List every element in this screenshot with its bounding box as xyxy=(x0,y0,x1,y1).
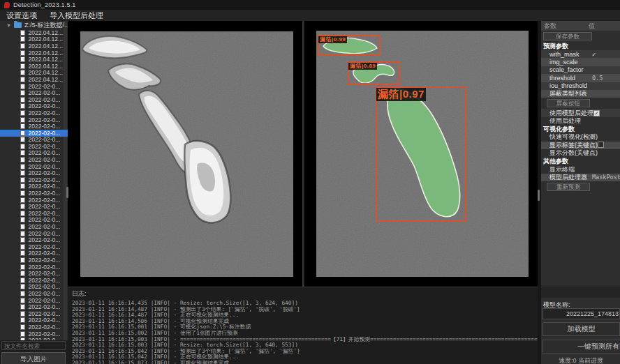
menu-item-import-postprocess[interactable]: 导入模型后处理 xyxy=(50,10,103,21)
viewer-original[interactable] xyxy=(68,21,302,287)
tree-item[interactable]: 2022-02-0... xyxy=(0,257,68,264)
tree-item[interactable]: 2022.04.12... xyxy=(0,36,68,43)
tree-item[interactable]: 2022.04.12... xyxy=(0,50,68,56)
tree-item[interactable]: 2022-02-0... xyxy=(0,130,68,137)
file-icon xyxy=(20,110,25,116)
param-row-屏蔽类型列表[interactable]: 屏蔽类型列表 xyxy=(541,90,620,98)
tree-item[interactable]: 2022-02-0... xyxy=(0,230,68,237)
tree-item[interactable]: 2022-02-0... xyxy=(0,156,68,163)
param-value[interactable]: MaskPostPro xyxy=(592,174,620,181)
viewer-divider[interactable] xyxy=(302,21,304,287)
param-row-img_scale[interactable]: img_scale xyxy=(541,58,620,66)
model-name-field[interactable]: 20221225_174813 xyxy=(542,308,620,319)
original-image[interactable] xyxy=(80,31,293,277)
param-value[interactable]: ✓ xyxy=(592,51,620,58)
tree-item[interactable]: 2022-02-0... xyxy=(0,270,68,277)
checkbox-checked-icon[interactable]: ✓ xyxy=(593,110,600,116)
param-button-重新预测[interactable]: 重新预测 xyxy=(547,183,590,191)
prediction-image[interactable]: 漏箔|0.99漏箔|0.89漏箔|0.97 xyxy=(316,31,529,277)
import-images-button[interactable]: 导入图片 xyxy=(1,352,66,364)
tree-root-folder[interactable]: ▼ Z:/5-标注数据/... xyxy=(0,21,68,29)
tree-item[interactable]: 2022-02-0... xyxy=(0,284,68,291)
tree-item[interactable]: 2022-02-0... xyxy=(0,331,68,338)
file-icon xyxy=(20,217,25,222)
param-row-使用后处理[interactable]: 使用后处理 xyxy=(541,117,620,125)
tree-item[interactable]: 2022-02-0... xyxy=(0,203,68,210)
file-icon xyxy=(20,298,25,303)
tree-item-label: 2022-02-0... xyxy=(29,190,61,197)
param-button-保存参数[interactable]: 保存参数 xyxy=(543,32,592,40)
param-row-with_mask[interactable]: with_mask✓ xyxy=(541,50,620,58)
log-title: 日志: xyxy=(72,289,538,298)
tree-item[interactable]: 2022-02-0... xyxy=(0,190,68,197)
log-lines: 2023-01-11 16:16:14,435 |INFO| - Resize:… xyxy=(68,301,538,364)
tree-item[interactable]: 2022-02-0... xyxy=(0,143,68,150)
tree-item[interactable]: 2022-02-0... xyxy=(0,103,68,110)
menu-item-settings[interactable]: 设置选项 xyxy=(6,10,37,21)
param-value[interactable] xyxy=(598,142,620,149)
tree-item[interactable]: 2022-02-0... xyxy=(0,290,68,297)
tree-item[interactable]: 2022-02-0... xyxy=(0,123,68,130)
tree-item[interactable]: 2022-02-0... xyxy=(0,223,68,230)
tree-item[interactable]: 2022-02-0... xyxy=(0,116,68,123)
tree-item[interactable]: 2022-02-0... xyxy=(0,217,68,224)
tree-item[interactable]: 2022-02-0... xyxy=(0,250,68,257)
tree-item[interactable]: 2022-02-0... xyxy=(0,109,68,116)
file-icon xyxy=(20,144,25,149)
file-icon xyxy=(20,97,25,103)
tree-item[interactable]: 2022.04.12... xyxy=(0,56,68,63)
tree-item-label: 2022.04.12... xyxy=(29,76,64,83)
file-icon xyxy=(20,123,25,129)
tree-item[interactable]: 2022-02-0... xyxy=(0,197,68,204)
file-icon xyxy=(20,271,25,276)
search-input[interactable] xyxy=(1,341,66,350)
tree-item[interactable]: 2022-02-0... xyxy=(0,264,68,271)
tree-item[interactable]: 2022.04.12... xyxy=(0,63,68,70)
param-row-scale_factor[interactable]: scale_factor xyxy=(541,66,620,74)
param-value[interactable]: 0.5 xyxy=(592,75,620,82)
checkbox-empty-icon[interactable] xyxy=(598,142,604,148)
tree-item[interactable]: 2022-02-0... xyxy=(0,210,68,217)
tree-item-label: 2022.04.12... xyxy=(29,36,64,43)
tree-item[interactable]: 2022-02-0... xyxy=(0,243,68,250)
file-icon xyxy=(20,291,25,296)
left-splitter-handle[interactable] xyxy=(66,187,68,198)
tree-item[interactable]: 2022.04.12... xyxy=(0,70,68,77)
tree-item[interactable]: 2022-02-0... xyxy=(0,324,68,331)
detection-label: 漏箔|0.97 xyxy=(376,88,426,101)
file-icon xyxy=(20,84,25,89)
tree-item[interactable]: 2022.04.12... xyxy=(0,29,68,36)
right-splitter-handle[interactable] xyxy=(538,190,540,201)
tree-item[interactable]: 2022-02-0... xyxy=(0,303,68,310)
title-bar: Detection_2023.1.5.1 xyxy=(0,0,620,10)
tree-item[interactable]: 2022-02-0... xyxy=(0,150,68,157)
param-row-模型后处理器[interactable]: 模型后处理器MaskPostPro xyxy=(541,174,620,181)
param-row-显示分数(关键点)[interactable]: 显示分数(关键点) xyxy=(541,149,620,157)
tree-item[interactable]: 2022.04.12... xyxy=(0,43,68,50)
tree-item[interactable]: 2022.04.12... xyxy=(0,76,68,83)
param-value[interactable]: ✓ xyxy=(593,109,620,116)
tree-item[interactable]: 2022-02-0... xyxy=(0,137,68,144)
tree-item[interactable]: 2022-02-0 xyxy=(0,337,68,340)
tree-item[interactable]: 2022-02-0... xyxy=(0,183,68,190)
tree-item[interactable]: 2022-02-0... xyxy=(0,297,68,304)
load-model-button[interactable]: 加载模型 xyxy=(542,322,620,336)
tree-item[interactable]: 2022-02-0... xyxy=(0,89,68,96)
tree-item-label: 2022-02-0 xyxy=(29,337,56,340)
tree-item[interactable]: 2022-02-0... xyxy=(0,317,68,324)
tree-item[interactable]: 2022-02-0... xyxy=(0,310,68,317)
tree-item[interactable]: 2022-02-0... xyxy=(0,176,68,183)
tree-item[interactable]: 2022-02-0... xyxy=(0,96,68,103)
tree-item[interactable]: 2022-02-0... xyxy=(0,163,68,170)
log-panel[interactable]: 日志: 2023-01-11 16:16:14,435 |INFO| - Res… xyxy=(68,287,538,364)
tree-item[interactable]: 2022-02-0... xyxy=(0,277,68,284)
viewer-prediction[interactable]: 漏箔|0.99漏箔|0.89漏箔|0.97 xyxy=(304,21,538,287)
tree-item[interactable]: 2022-02-0... xyxy=(0,83,68,90)
tree-item[interactable]: 2022-02-0... xyxy=(0,236,68,243)
tree-item[interactable]: 2022-02-0... xyxy=(0,169,68,176)
predict-all-button[interactable]: 一键预测所有图像 xyxy=(542,340,620,354)
param-button-屏蔽按钮[interactable]: 屏蔽按钮 xyxy=(547,99,590,107)
param-row-threshold[interactable]: threshold0.5 xyxy=(541,74,620,82)
detection-box[interactable] xyxy=(376,86,466,221)
menu-bar: 设置选项 导入模型后处理 xyxy=(0,10,620,21)
